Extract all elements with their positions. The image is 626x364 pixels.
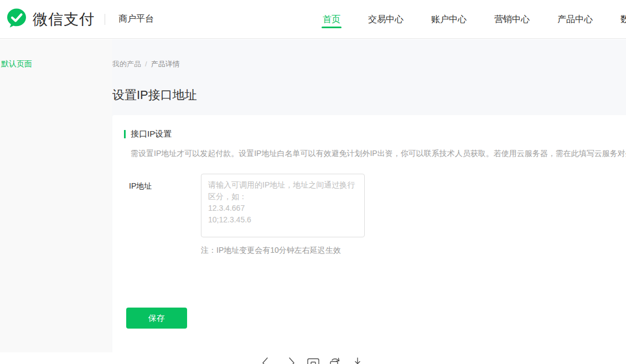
sidebar-item-default-page[interactable]: 默认页面 xyxy=(1,59,112,69)
merchant-platform-label: 商户平台 xyxy=(118,13,154,25)
ip-settings-card: 接口IP设置 需设置IP地址才可以发起付款。设置IP地址白名单可以有效避免计划外… xyxy=(112,115,626,352)
ip-address-input[interactable] xyxy=(201,174,365,237)
prev-arrow-icon[interactable] xyxy=(259,356,272,364)
section-accent-bar xyxy=(124,130,126,138)
sidebar: 默认页面 xyxy=(0,39,112,352)
tab-home[interactable]: 首页 xyxy=(323,0,340,39)
ip-address-label: IP地址 xyxy=(129,181,152,191)
section-title: 接口IP设置 xyxy=(131,129,172,139)
tab-product-center[interactable]: 产品中心 xyxy=(557,0,593,39)
breadcrumb: 我的产品/产品详情 xyxy=(112,59,180,69)
wechat-pay-merchant-page: 微信支付 商户平台 首页 交易中心 账户中心 营销中心 产品中心 数据中心 xyxy=(0,0,626,364)
main-nav: 首页 交易中心 账户中心 营销中心 产品中心 数据中心 xyxy=(323,0,626,39)
tab-label: 交易中心 xyxy=(368,14,403,25)
wechat-pay-logo[interactable]: 微信支付 xyxy=(0,7,95,32)
header-divider xyxy=(105,14,105,25)
tab-label: 数据中心 xyxy=(620,14,626,25)
tab-marketing-center[interactable]: 营销中心 xyxy=(494,0,530,39)
breadcrumb-my-products[interactable]: 我的产品 xyxy=(112,60,141,68)
section-description: 需设置IP地址才可以发起付款。设置IP地址白名单可以有效避免计划外IP出资，你可… xyxy=(131,149,626,159)
next-arrow-icon[interactable] xyxy=(284,356,298,364)
original-size-icon[interactable] xyxy=(306,356,319,364)
wechat-pay-logo-icon xyxy=(6,7,28,32)
tab-transaction-center[interactable]: 交易中心 xyxy=(368,0,403,39)
page-title: 设置IP接口地址 xyxy=(112,87,197,103)
section-header: 接口IP设置 xyxy=(124,129,172,139)
tab-account-center[interactable]: 账户中心 xyxy=(431,0,467,39)
tab-label: 产品中心 xyxy=(557,14,593,25)
ip-change-delay-note: 注：IP地址变更会有10分钟左右延迟生效 xyxy=(201,246,341,256)
tab-label: 首页 xyxy=(323,14,340,25)
tab-data-center[interactable]: 数据中心 xyxy=(620,0,626,39)
rotate-icon[interactable] xyxy=(328,356,341,364)
viewer-toolbar xyxy=(0,352,626,364)
main-area: 默认页面 我的产品/产品详情 设置IP接口地址 接口IP设置 需设置IP地址才可… xyxy=(0,39,626,352)
save-button[interactable]: 保存 xyxy=(126,308,187,329)
logo-wordmark: 微信支付 xyxy=(33,9,95,29)
download-icon[interactable] xyxy=(351,356,364,364)
top-header: 微信支付 商户平台 首页 交易中心 账户中心 营销中心 产品中心 数据中心 xyxy=(0,0,626,39)
tab-label: 营销中心 xyxy=(494,14,530,25)
active-tab-underline xyxy=(322,27,342,28)
breadcrumb-separator: / xyxy=(145,60,147,68)
content-area: 我的产品/产品详情 设置IP接口地址 接口IP设置 需设置IP地址才可以发起付款… xyxy=(112,39,626,352)
breadcrumb-product-detail: 产品详情 xyxy=(151,60,180,68)
tab-label: 账户中心 xyxy=(431,14,467,25)
